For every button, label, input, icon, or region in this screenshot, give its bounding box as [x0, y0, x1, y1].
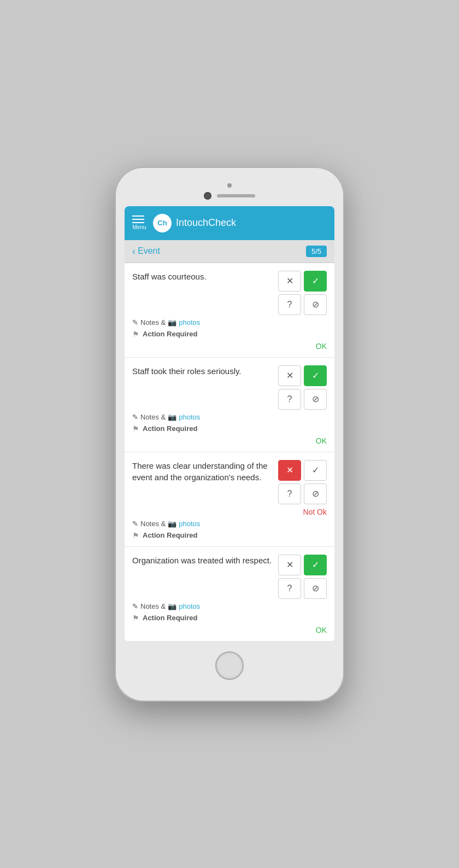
edit-icon-2: ✎ — [132, 413, 138, 421]
top-btn-row-2: ✕ ✓ — [278, 365, 327, 386]
notes-text-3: Notes & — [140, 520, 166, 528]
home-button[interactable] — [215, 651, 244, 680]
status-row-4: OK — [132, 626, 327, 634]
item-row-2: Staff took their roles seriously. ✕ ✓ ? … — [132, 365, 327, 410]
answer-buttons-4: ✕ ✓ ? ⊘ — [278, 555, 327, 599]
photos-link-2[interactable]: photos — [179, 413, 200, 421]
photos-link-3[interactable]: photos — [179, 520, 200, 528]
phone-shell: Menu Ch IntouchCheck ‹ Event 5/5 S — [115, 167, 344, 702]
camera-icon-3: 📷 — [168, 520, 176, 528]
notes-link-3[interactable]: ✎ Notes & 📷 photos — [132, 520, 327, 528]
bottom-btn-row-3: ? ⊘ — [278, 483, 327, 504]
logo-circle: Ch — [153, 214, 172, 232]
top-btn-row-3: ✕ ✓ — [278, 460, 327, 481]
app-header: Menu Ch IntouchCheck — [125, 206, 334, 240]
action-required-row-4: ⚑ Action Required — [132, 614, 327, 622]
edit-icon-1: ✎ — [132, 318, 138, 327]
x-button-1[interactable]: ✕ — [278, 271, 301, 292]
action-label-3[interactable]: Action Required — [143, 531, 197, 539]
item-question-4: Organization was treated with respect. — [132, 555, 273, 566]
notes-text-2: Notes & — [140, 413, 166, 421]
na-button-1[interactable]: ⊘ — [304, 294, 327, 315]
progress-badge: 5/5 — [306, 246, 327, 257]
item-row-1: Staff was courteous. ✕ ✓ ? ⊘ — [132, 271, 327, 315]
bottom-btn-row-1: ? ⊘ — [278, 294, 327, 315]
notes-link-2[interactable]: ✎ Notes & 📷 photos — [132, 413, 327, 421]
x-button-4[interactable]: ✕ — [278, 555, 301, 575]
notes-text-1: Notes & — [140, 318, 166, 327]
check-button-4[interactable]: ✓ — [304, 555, 327, 575]
bottom-btn-row-2: ? ⊘ — [278, 389, 327, 410]
checklist-item-3: There was clear understanding of the eve… — [125, 452, 334, 547]
notes-link-4[interactable]: ✎ Notes & 📷 photos — [132, 602, 327, 610]
status-2: OK — [316, 436, 327, 445]
answer-buttons-2: ✕ ✓ ? ⊘ — [278, 365, 327, 410]
status-4: OK — [316, 626, 327, 634]
check-button-1[interactable]: ✓ — [304, 271, 327, 292]
action-label-4[interactable]: Action Required — [143, 614, 197, 622]
status-row-3-inline: Not Ok — [132, 508, 327, 516]
action-label-2[interactable]: Action Required — [143, 424, 197, 433]
flag-icon-3: ⚑ — [132, 531, 139, 540]
action-required-row-3: ⚑ Action Required — [132, 531, 327, 540]
item-row-3: There was clear understanding of the eve… — [132, 460, 327, 504]
action-label-1[interactable]: Action Required — [143, 330, 197, 338]
question-button-1[interactable]: ? — [278, 294, 301, 315]
na-button-4[interactable]: ⊘ — [304, 578, 327, 599]
notes-text-4: Notes & — [140, 602, 166, 610]
phone-bottom — [125, 651, 334, 680]
flag-icon-4: ⚑ — [132, 614, 139, 622]
bottom-btn-row-4: ? ⊘ — [278, 578, 327, 599]
flag-icon-2: ⚑ — [132, 424, 139, 433]
checklist-item-1: Staff was courteous. ✕ ✓ ? ⊘ ✎ N — [125, 263, 334, 358]
photos-link-1[interactable]: photos — [179, 318, 200, 327]
phone-top-bar — [125, 183, 334, 200]
notes-link-1[interactable]: ✎ Notes & 📷 photos — [132, 318, 327, 327]
menu-button[interactable] — [132, 215, 144, 223]
checklist-item-2: Staff took their roles seriously. ✕ ✓ ? … — [125, 358, 334, 452]
status-row-1: OK — [132, 342, 327, 351]
top-btn-row-1: ✕ ✓ — [278, 271, 327, 292]
menu-label: Menu — [132, 224, 146, 230]
speaker-bar — [217, 194, 255, 197]
edit-icon-4: ✎ — [132, 602, 138, 610]
logo-text: Ch — [157, 219, 167, 227]
app-name: IntouchCheck — [176, 217, 236, 229]
action-required-row-2: ⚑ Action Required — [132, 424, 327, 433]
item-row-4: Organization was treated with respect. ✕… — [132, 555, 327, 599]
na-button-2[interactable]: ⊘ — [304, 389, 327, 410]
x-button-2[interactable]: ✕ — [278, 365, 301, 386]
action-required-row-1: ⚑ Action Required — [132, 330, 327, 339]
phone-top-strip — [204, 192, 255, 200]
phone-screen: Menu Ch IntouchCheck ‹ Event 5/5 S — [125, 206, 334, 642]
edit-icon-3: ✎ — [132, 520, 138, 528]
camera-icon-4: 📷 — [168, 602, 176, 610]
answer-buttons-3: ✕ ✓ ? ⊘ — [278, 460, 327, 504]
nav-title: Event — [138, 246, 160, 256]
camera-lens — [204, 192, 211, 200]
check-button-2[interactable]: ✓ — [304, 365, 327, 386]
status-3: Not Ok — [303, 508, 327, 516]
nav-bar: ‹ Event 5/5 — [125, 240, 334, 263]
top-btn-row-4: ✕ ✓ — [278, 555, 327, 575]
x-button-3[interactable]: ✕ — [278, 460, 301, 481]
na-button-3[interactable]: ⊘ — [304, 483, 327, 504]
checklist-content: Staff was courteous. ✕ ✓ ? ⊘ ✎ N — [125, 263, 334, 642]
photos-link-4[interactable]: photos — [179, 602, 200, 610]
flag-icon-1: ⚑ — [132, 330, 139, 339]
item-question-1: Staff was courteous. — [132, 271, 273, 282]
question-button-2[interactable]: ? — [278, 389, 301, 410]
status-1: OK — [316, 342, 327, 351]
back-button[interactable]: ‹ Event — [132, 246, 160, 257]
back-chevron-icon: ‹ — [132, 246, 136, 257]
check-button-3[interactable]: ✓ — [304, 460, 327, 481]
answer-buttons-1: ✕ ✓ ? ⊘ — [278, 271, 327, 315]
speaker-dot — [227, 183, 232, 188]
camera-icon-1: 📷 — [168, 318, 176, 327]
status-row-2: OK — [132, 436, 327, 445]
question-button-4[interactable]: ? — [278, 578, 301, 599]
logo-area: Ch IntouchCheck — [153, 214, 236, 232]
question-button-3[interactable]: ? — [278, 483, 301, 504]
item-question-2: Staff took their roles seriously. — [132, 365, 273, 377]
item-question-3: There was clear understanding of the eve… — [132, 460, 273, 483]
